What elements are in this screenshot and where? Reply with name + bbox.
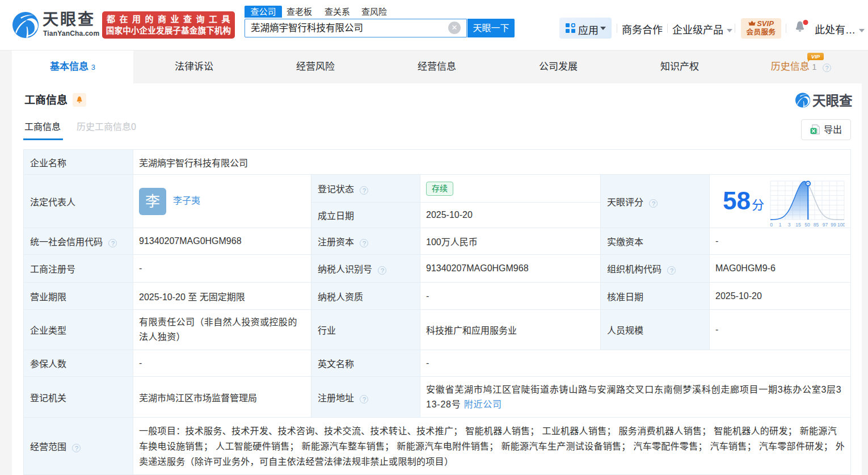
svg-text:0: 0 xyxy=(770,222,773,228)
svg-text:99: 99 xyxy=(831,222,836,228)
svg-text:85: 85 xyxy=(814,222,819,228)
svg-text:15: 15 xyxy=(795,222,801,228)
svg-text:50: 50 xyxy=(804,222,810,228)
svg-text:97: 97 xyxy=(823,222,828,228)
svg-text:1: 1 xyxy=(779,222,782,228)
svg-text:100: 100 xyxy=(837,222,845,228)
svg-text:3: 3 xyxy=(788,222,791,228)
svg-text:天眼查: 天眼查 xyxy=(812,94,853,108)
